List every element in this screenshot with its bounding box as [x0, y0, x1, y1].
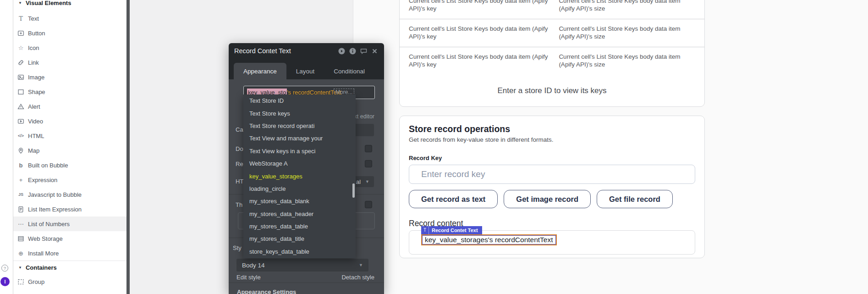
sidebar-item-expression[interactable]: + Expression	[13, 172, 130, 187]
edit-style-link[interactable]: Edit style	[236, 274, 261, 281]
get-image-record-button[interactable]: Get image record	[504, 190, 591, 208]
bubble-editor: ? I ▼ Visual Elements T Text Button ☆ Ic…	[0, 0, 868, 294]
plus-icon: +	[17, 177, 24, 183]
user-avatar-badge[interactable]: I	[0, 277, 10, 286]
autocomplete-option[interactable]: Text View and manage your	[243, 132, 356, 144]
selected-text-element[interactable]: key_value_storages's recordContentText	[421, 234, 557, 245]
autocomplete-option-highlighted[interactable]: key_value_storages	[243, 170, 356, 182]
item-label: Expression	[28, 177, 57, 183]
visual-elements-list: T Text Button ☆ Icon Link Image Shape	[13, 11, 130, 261]
panel-title: Record Contet Text	[234, 47, 291, 55]
re-checkbox[interactable]	[365, 160, 372, 167]
key-cell: Current cell's List Store Keys body data…	[409, 53, 559, 68]
card-subtitle: Get records from key-value store in diff…	[409, 136, 554, 143]
sidebar-item-list-item-expression[interactable]: List Item Expression	[13, 202, 130, 216]
element-tag-label: Record Contet Text	[432, 227, 478, 233]
autocomplete-option[interactable]: WebStorage A	[243, 157, 356, 170]
sidebar-scrollbar[interactable]	[126, 0, 130, 294]
autocomplete-option[interactable]: my_stores_data_blank	[243, 195, 356, 207]
chevron-down-icon: ▼	[359, 263, 363, 267]
sidebar-item-map[interactable]: Map	[13, 143, 130, 158]
table-row[interactable]: Current cell's List Store Keys body data…	[400, 19, 704, 47]
info-icon[interactable]	[349, 47, 357, 55]
sidebar-item-install-more[interactable]: ⊕ Install More	[13, 246, 130, 261]
sidebar-item-alert[interactable]: Alert	[13, 99, 130, 114]
image-icon	[17, 74, 24, 81]
autocomplete-dropdown: Text Store ID Text Store keys Text Store…	[243, 94, 356, 258]
tab-conditional[interactable]: Conditional	[324, 63, 374, 79]
dropdown-scrollbar[interactable]	[352, 183, 355, 198]
sidebar-item-text[interactable]: T Text	[13, 11, 130, 26]
dashed-square-icon	[17, 278, 24, 285]
record-content-container: T Record Contet Text key_value_storages'…	[409, 230, 695, 255]
item-label: Map	[28, 147, 39, 154]
sidebar-item-icon[interactable]: ☆ Icon	[13, 40, 130, 55]
get-record-as-text-button[interactable]: Get record as text	[409, 190, 498, 208]
table-row[interactable]: Current cell's List Store Keys body data…	[400, 47, 704, 75]
autocomplete-option[interactable]: Text Store ID	[243, 94, 356, 107]
autocomplete-option[interactable]: my_stores_data_title	[243, 233, 356, 245]
sidebar-item-video[interactable]: Video	[13, 114, 130, 128]
sidebar-item-image[interactable]: Image	[13, 70, 130, 84]
item-label: Group	[28, 278, 44, 285]
detach-style-link[interactable]: Detach style	[341, 274, 374, 281]
autocomplete-option[interactable]: my_stores_data_table	[243, 220, 356, 233]
chevron-down-icon: ▼	[18, 266, 22, 270]
section-visual-elements[interactable]: ▼ Visual Elements	[13, 0, 130, 9]
ellipsis-icon: ⋯	[17, 221, 24, 227]
sidebar-item-html[interactable]: </> HTML	[13, 128, 130, 143]
close-icon[interactable]	[371, 47, 379, 55]
play-icon[interactable]	[338, 47, 346, 55]
left-rail: ? I	[0, 0, 13, 294]
sidebar-item-javascript-to-bubble[interactable]: JS Javascript to Bubble	[13, 187, 130, 202]
sidebar-item-link[interactable]: Link	[13, 55, 130, 70]
autocomplete-option[interactable]: my_stores_data_header	[243, 208, 356, 220]
field-label-do: Do	[236, 145, 243, 152]
selected-element-tag[interactable]: T Record Contet Text	[421, 226, 482, 234]
panel-tab-bar: Appearance Layout Conditional	[229, 59, 384, 79]
autocomplete-option[interactable]: Text Store record operati	[243, 120, 356, 132]
property-editor-panel: Record Contet Text Appearance Layout Con…	[229, 43, 384, 294]
style-select[interactable]: Body 14 ▼	[236, 259, 368, 272]
select-value: al	[356, 178, 361, 185]
tab-layout[interactable]: Layout	[286, 63, 324, 79]
sidebar-item-web-storage[interactable]: Web Storage	[13, 231, 130, 246]
operation-buttons: Get record as text Get image record Get …	[409, 190, 673, 208]
size-cell: Current cell's List Store Keys body data…	[559, 25, 695, 40]
star-icon: ☆	[17, 44, 24, 51]
sidebar-item-list-of-numbers[interactable]: ⋯ List of Numbers	[13, 216, 130, 231]
section-label: Containers	[26, 264, 57, 271]
autocomplete-option[interactable]: store_keys_data_table	[243, 245, 356, 258]
autocomplete-option[interactable]: Text View keys in a speci	[243, 145, 356, 157]
help-icon[interactable]: ?	[1, 265, 8, 272]
table-row[interactable]: Current cell's List Store Keys body data…	[400, 0, 704, 19]
comment-icon[interactable]	[360, 47, 368, 55]
item-label: Link	[28, 59, 39, 66]
autocomplete-option[interactable]: loading_circle	[243, 183, 356, 195]
sidebar-item-group[interactable]: Group	[13, 274, 130, 289]
divider	[229, 283, 384, 283]
th-checkbox[interactable]	[365, 201, 372, 208]
section-containers[interactable]: ▼ Containers	[13, 261, 130, 274]
alert-triangle-icon	[17, 103, 24, 110]
panel-header[interactable]: Record Contet Text	[229, 43, 384, 59]
autocomplete-option[interactable]: Text Store keys	[243, 107, 356, 119]
sidebar-item-repeating-group[interactable]: Repeating Group	[13, 289, 130, 294]
item-label: Install More	[28, 250, 59, 257]
map-pin-icon	[17, 147, 24, 154]
record-key-label: Record Key	[409, 155, 442, 161]
sidebar-item-built-on-bubble[interactable]: b Built on Bubble	[13, 158, 130, 172]
item-label: HTML	[28, 133, 44, 139]
do-checkbox[interactable]	[365, 145, 372, 152]
keys-table-card: Current cell's List Store Keys body data…	[399, 0, 705, 107]
sidebar-item-button[interactable]: Button	[13, 26, 130, 40]
empty-state-text: Enter a store ID to view its keys	[400, 86, 704, 95]
button-icon	[17, 30, 24, 37]
get-file-record-button[interactable]: Get file record	[597, 190, 673, 208]
code-icon: </>	[17, 133, 24, 139]
item-label: List Item Expression	[28, 206, 82, 213]
sidebar-item-shape[interactable]: Shape	[13, 84, 130, 99]
record-key-input[interactable]	[409, 165, 695, 184]
tab-appearance[interactable]: Appearance	[234, 63, 286, 79]
plus-circle-icon: ⊕	[17, 250, 24, 257]
